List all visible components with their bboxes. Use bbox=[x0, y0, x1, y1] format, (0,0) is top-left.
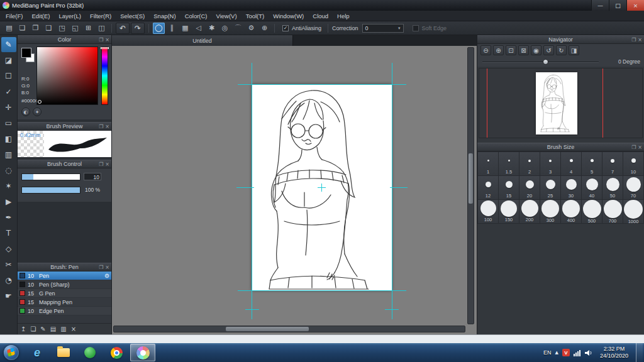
brush-list-item[interactable]: 15Mapping Pen bbox=[18, 298, 111, 307]
document-tab[interactable]: Untitled bbox=[112, 35, 293, 46]
gradient-tool[interactable]: ▥ bbox=[1, 147, 16, 162]
brush-size-70[interactable]: 70 bbox=[623, 176, 643, 199]
brush-size-500[interactable]: 500 bbox=[582, 200, 602, 223]
minimize-button[interactable]: — bbox=[591, 0, 609, 11]
antivirus-tray-icon[interactable]: V bbox=[562, 349, 570, 356]
close-icon[interactable]: × bbox=[105, 124, 109, 129]
snap-settings-icon[interactable]: ⚙ bbox=[245, 23, 257, 34]
rotation-slider-track[interactable] bbox=[482, 62, 599, 63]
brush-size-7[interactable]: 7 bbox=[602, 152, 623, 175]
eyedropper-icon[interactable]: ✦ bbox=[33, 107, 42, 116]
rectangle-tool[interactable]: ▭ bbox=[1, 116, 16, 131]
hue-slider[interactable] bbox=[101, 47, 108, 105]
brush-settings-icon[interactable]: ⚙ bbox=[104, 273, 109, 279]
snap-vanishing-icon[interactable]: ◁ bbox=[192, 23, 204, 34]
brush-size-4[interactable]: 4 bbox=[561, 152, 581, 175]
popup-icon[interactable]: ❐ bbox=[631, 145, 636, 150]
divide-tool[interactable]: ✂ bbox=[1, 257, 16, 272]
palette-icon[interactable]: ◐ bbox=[21, 107, 30, 116]
canvas-area[interactable]: Untitled bbox=[112, 35, 477, 334]
brush-size-slider[interactable] bbox=[21, 173, 80, 180]
shape-tool[interactable]: ◇ bbox=[1, 241, 16, 256]
tray-expand-icon[interactable]: ▲ bbox=[555, 350, 558, 355]
taskbar-internet-explorer[interactable]: e bbox=[25, 344, 50, 361]
copy-icon[interactable]: ◳ bbox=[56, 23, 68, 34]
object-tool[interactable]: ▶ bbox=[1, 194, 16, 209]
antialiasing-checkbox[interactable]: ✓ bbox=[282, 25, 289, 31]
lasso-tool[interactable]: ◌ bbox=[1, 163, 16, 178]
eyedropper-tool[interactable]: ◔ bbox=[1, 273, 16, 288]
snap-grid-icon[interactable]: ▦ bbox=[179, 23, 191, 34]
snap-radial-icon[interactable]: ✱ bbox=[206, 23, 218, 34]
move-tool[interactable]: ✛ bbox=[1, 100, 16, 115]
brush-size-20[interactable]: 20 bbox=[519, 176, 540, 199]
menu-item-windoww[interactable]: Window(W) bbox=[269, 11, 308, 21]
reset-rotation-icon[interactable]: ◨ bbox=[569, 45, 579, 55]
taskbar-clock[interactable]: 2:32 PM 24/10/2020 bbox=[596, 346, 632, 359]
brush-size-2[interactable]: 2 bbox=[519, 152, 540, 175]
snap-add-icon[interactable]: ⊕ bbox=[258, 23, 270, 34]
material-icon[interactable]: ◫ bbox=[96, 23, 108, 34]
brush-size-12[interactable]: 12 bbox=[478, 176, 498, 199]
magic-wand-tool[interactable]: ✶ bbox=[1, 178, 16, 194]
popup-icon[interactable]: ❐ bbox=[99, 37, 103, 43]
brush-folder-icon[interactable]: ▤ bbox=[50, 326, 56, 332]
brush-size-1[interactable]: 1 bbox=[478, 152, 498, 175]
select-pen-tool[interactable]: ✓ bbox=[1, 84, 16, 99]
menu-item-snapn[interactable]: Snap(N) bbox=[149, 11, 180, 21]
navigator-preview[interactable] bbox=[479, 68, 643, 138]
redo-button[interactable]: ↷ bbox=[131, 23, 145, 34]
popup-icon[interactable]: ❐ bbox=[631, 37, 636, 43]
undo-button[interactable]: ↶ bbox=[116, 23, 130, 34]
volume-tray-icon[interactable] bbox=[585, 349, 592, 356]
drawing-canvas[interactable] bbox=[252, 84, 392, 290]
fill-tool[interactable]: ◧ bbox=[1, 131, 16, 146]
menu-item-filef[interactable]: File(F) bbox=[1, 11, 27, 21]
close-icon[interactable]: × bbox=[105, 37, 109, 43]
brush-size-1000[interactable]: 1000 bbox=[623, 200, 643, 223]
close-button[interactable]: × bbox=[626, 0, 644, 11]
menu-item-toolt[interactable]: Tool(T) bbox=[242, 11, 269, 21]
grid-view-icon[interactable]: ⊞ bbox=[82, 23, 94, 34]
brush-size-150[interactable]: 150 bbox=[499, 200, 519, 223]
zoom-out-icon[interactable]: ⊖ bbox=[480, 45, 491, 55]
brush-size-5[interactable]: 5 bbox=[582, 152, 602, 175]
brush-size-25[interactable]: 25 bbox=[540, 176, 560, 199]
actual-pixels-icon[interactable]: ⊠ bbox=[518, 45, 529, 55]
rotate-ccw-icon[interactable]: ↺ bbox=[543, 45, 554, 55]
rotate-cw-icon[interactable]: ↻ bbox=[556, 45, 567, 55]
menu-item-layerl[interactable]: Layer(L) bbox=[55, 11, 86, 21]
horizontal-scrollbar-thumb[interactable] bbox=[226, 327, 309, 331]
comment-icon[interactable]: ❑ bbox=[43, 23, 55, 34]
popup-icon[interactable]: ❐ bbox=[99, 265, 103, 270]
brush-folder-add-icon[interactable]: ▥ bbox=[60, 326, 66, 332]
select-tool[interactable]: ☐ bbox=[1, 69, 16, 84]
vertical-scrollbar[interactable] bbox=[467, 47, 474, 324]
menu-item-colorc[interactable]: Color(C) bbox=[180, 11, 212, 21]
close-icon[interactable]: × bbox=[105, 162, 109, 167]
start-button[interactable] bbox=[4, 345, 19, 360]
brush-list-item[interactable]: 10Edge Pen bbox=[18, 307, 111, 315]
brush-size-value[interactable]: 10 bbox=[84, 173, 101, 180]
taskbar-chrome[interactable] bbox=[104, 344, 129, 361]
hand-tool[interactable]: ☛ bbox=[1, 288, 16, 304]
taskbar-green-app[interactable] bbox=[77, 344, 103, 361]
brush-size-1.5[interactable]: 1.5 bbox=[499, 152, 519, 175]
snap-parallel-icon[interactable]: ∥ bbox=[166, 23, 178, 34]
popup-icon[interactable]: ❐ bbox=[99, 162, 103, 167]
snap-ellipse-icon[interactable]: ◎ bbox=[219, 23, 231, 34]
rotation-slider-thumb[interactable] bbox=[543, 59, 548, 65]
zoom-in-icon[interactable]: ⊕ bbox=[493, 45, 504, 55]
show-desktop-button[interactable] bbox=[636, 343, 643, 362]
maximize-button[interactable]: □ bbox=[609, 0, 626, 11]
menu-item-edite[interactable]: Edit(E) bbox=[27, 11, 54, 21]
vertical-scrollbar-thumb[interactable] bbox=[469, 153, 473, 204]
brush-list-item[interactable]: 15G Pen bbox=[18, 289, 111, 298]
upload-brush-icon[interactable]: ↥ bbox=[21, 326, 26, 332]
taskbar-medibang-active[interactable] bbox=[130, 344, 155, 361]
zoom-select-icon[interactable]: ◉ bbox=[531, 45, 541, 55]
correction-dropdown[interactable]: 0 ▾ bbox=[362, 24, 404, 33]
popup-icon[interactable]: ❐ bbox=[99, 124, 103, 129]
eraser-tool[interactable]: ◪ bbox=[1, 53, 16, 68]
brush-size-50[interactable]: 50 bbox=[602, 176, 623, 199]
